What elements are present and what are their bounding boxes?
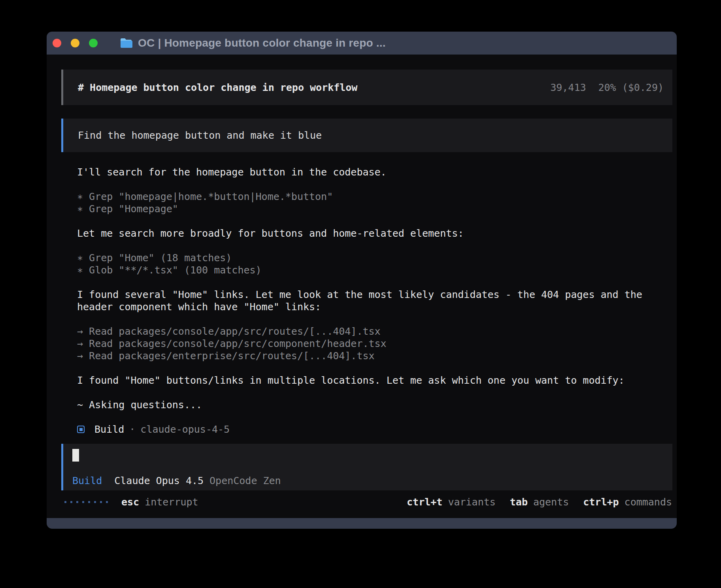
- agent-square-icon: [77, 426, 85, 433]
- key-hint-label: commands: [625, 496, 672, 508]
- session-header: # Homepage button color change in repo w…: [61, 70, 672, 105]
- transcript-gap: [61, 178, 672, 190]
- transcript-line: ∗ Grep "homepage|home.*button|Home.*butt…: [61, 190, 672, 203]
- agent-status: Build · claude-opus-4-5: [61, 423, 672, 435]
- statusbar-hints: ctrl+tvariantstabagentsctrl+pcommands: [407, 496, 672, 508]
- window-title: OC | Homepage button color change in rep…: [138, 37, 386, 49]
- session-title: # Homepage button color change in repo w…: [78, 81, 357, 94]
- spinner-dots: [64, 501, 108, 503]
- key-hint-label: agents: [533, 496, 569, 508]
- esc-key: esc: [121, 496, 139, 508]
- input-provider-label: OpenCode Zen: [210, 475, 281, 487]
- spinner-dot: [106, 501, 108, 503]
- spinner-dot: [82, 501, 84, 503]
- user-message-text: Find the homepage button and make it blu…: [78, 129, 322, 141]
- transcript-line: → Read packages/console/app/src/componen…: [61, 337, 672, 350]
- transcript: I'll search for the homepage button in t…: [61, 166, 672, 411]
- context-percent: 20%: [598, 81, 616, 94]
- spinner-dot: [94, 501, 96, 503]
- token-count: 39,413: [550, 81, 586, 94]
- input-mode-label: Build: [72, 475, 102, 487]
- transcript-line: I found several "Home" links. Let me loo…: [61, 288, 672, 301]
- transcript-gap: [61, 276, 672, 288]
- close-button[interactable]: [53, 39, 61, 47]
- transcript-line: Let me search more broadly for buttons a…: [61, 227, 672, 239]
- key-hint: ctrl+pcommands: [583, 496, 672, 508]
- transcript-gap: [61, 386, 672, 399]
- transcript-gap: [61, 239, 672, 252]
- agent-separator: ·: [129, 423, 135, 435]
- session-cost: ($0.29): [622, 81, 664, 94]
- input-model-label: Claude Opus 4.5: [114, 475, 204, 487]
- user-message: Find the homepage button and make it blu…: [61, 119, 672, 152]
- terminal-window: OC | Homepage button color change in rep…: [47, 32, 677, 529]
- window-bottom-chrome: [47, 518, 677, 529]
- prompt-input[interactable]: Build Claude Opus 4.5 OpenCode Zen: [61, 444, 672, 490]
- transcript-line: → Read packages/enterprise/src/routes/[.…: [61, 350, 672, 362]
- input-meta: Build Claude Opus 4.5 OpenCode Zen: [72, 475, 672, 487]
- key-hint: ctrl+tvariants: [407, 496, 496, 508]
- transcript-line: header component which have "Home" links…: [61, 301, 672, 313]
- key-hint-key: ctrl+p: [583, 496, 619, 508]
- transcript-gap: [61, 215, 672, 227]
- transcript-line: ∗ Grep "Homepage": [61, 203, 672, 215]
- transcript-gap: [61, 362, 672, 374]
- key-hint-key: ctrl+t: [407, 496, 442, 508]
- spinner-dot: [64, 501, 66, 503]
- key-hint-key: tab: [510, 496, 528, 508]
- text-cursor: [72, 449, 79, 462]
- spinner-dot: [76, 501, 78, 503]
- transcript-line: I found "Home" buttons/links in multiple…: [61, 374, 672, 386]
- transcript-line: I'll search for the homepage button in t…: [61, 166, 672, 178]
- titlebar: OC | Homepage button color change in rep…: [47, 32, 677, 55]
- agent-name: Build: [94, 423, 124, 435]
- key-hint-label: variants: [448, 496, 495, 508]
- session-stats: 39,413 20% ($0.29): [550, 81, 664, 94]
- zoom-button[interactable]: [89, 39, 98, 47]
- folder-icon: [120, 38, 132, 49]
- agent-model: claude-opus-4-5: [140, 423, 230, 435]
- transcript-gap: [61, 313, 672, 325]
- statusbar: esc interrupt ctrl+tvariantstabagentsctr…: [61, 496, 672, 508]
- key-hint: tabagents: [510, 496, 569, 508]
- spinner-dot: [88, 501, 90, 503]
- esc-label: interrupt: [145, 496, 198, 508]
- transcript-line: ∗ Glob "**/*.tsx" (100 matches): [61, 264, 672, 276]
- minimize-button[interactable]: [71, 39, 79, 47]
- terminal-content: # Homepage button color change in repo w…: [47, 55, 677, 518]
- spinner-dot: [70, 501, 72, 503]
- transcript-line: ∗ Grep "Home" (18 matches): [61, 252, 672, 264]
- statusbar-left: esc interrupt: [64, 496, 198, 508]
- transcript-line: → Read packages/console/app/src/routes/[…: [61, 325, 672, 337]
- spinner-dot: [100, 501, 102, 503]
- transcript-line: ~ Asking questions...: [61, 399, 672, 411]
